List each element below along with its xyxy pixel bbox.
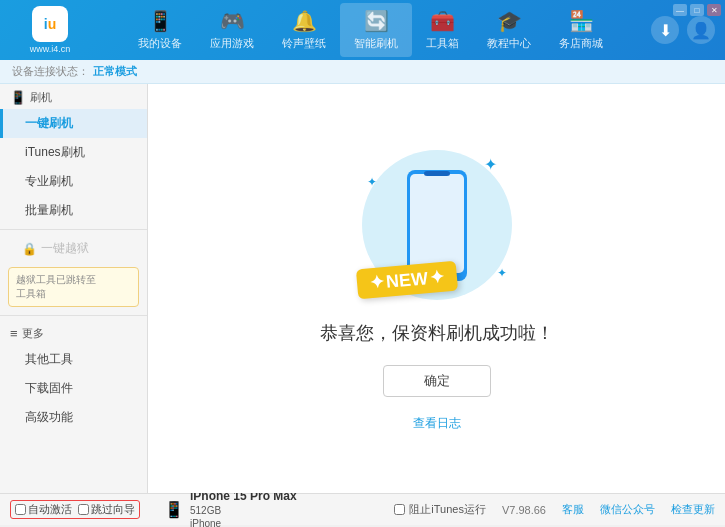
bottom-bar: 自动激活 跳过向导 📱 iPhone 15 Pro Max 512GB iPho… <box>0 493 725 525</box>
auto-activate-item: 自动激活 <box>15 502 72 517</box>
nav-merchant-label: 务店商城 <box>559 36 603 51</box>
toolbox-icon: 🧰 <box>430 9 455 33</box>
sidebar-item-batch-flash[interactable]: 批量刷机 <box>0 196 147 225</box>
nav-toolbox-label: 工具箱 <box>426 36 459 51</box>
sidebar: 📱 刷机 一键刷机 iTunes刷机 专业刷机 批量刷机 🔒 一键越狱 越狱工具… <box>0 84 148 493</box>
device-icon: 📱 <box>164 500 184 519</box>
skip-guide-item: 跳过向导 <box>78 502 135 517</box>
sidebar-item-other-tools[interactable]: 其他工具 <box>0 345 147 374</box>
my-device-icon: 📱 <box>148 9 173 33</box>
stop-itunes-label: 阻止iTunes运行 <box>409 502 486 517</box>
nav-ringtones-label: 铃声壁纸 <box>282 36 326 51</box>
nav-tutorial[interactable]: 🎓 教程中心 <box>473 3 545 57</box>
app-header: iu www.i4.cn 📱 我的设备 🎮 应用游戏 🔔 铃声壁纸 🔄 智能刷机 <box>0 0 725 60</box>
stop-itunes: 阻止iTunes运行 <box>394 502 486 517</box>
apps-games-icon: 🎮 <box>220 9 245 33</box>
auto-activate-checkbox[interactable] <box>15 504 26 515</box>
merchant-icon: 🏪 <box>569 9 594 33</box>
nav-ringtones[interactable]: 🔔 铃声壁纸 <box>268 3 340 57</box>
success-illustration: ✦ ✦ ✦ ✦ NE <box>320 145 554 432</box>
content-area: ✦ ✦ ✦ ✦ NE <box>148 84 725 493</box>
bottom-right: 阻止iTunes运行 V7.98.66 客服 微信公众号 检查更新 <box>303 502 715 517</box>
nav-smart-flash[interactable]: 🔄 智能刷机 <box>340 3 412 57</box>
log-link[interactable]: 查看日志 <box>413 415 461 432</box>
status-mode: 正常模式 <box>93 64 137 79</box>
sidebar-item-pro-flash[interactable]: 专业刷机 <box>0 167 147 196</box>
more-section-label: 更多 <box>22 326 44 341</box>
sidebar-divider-2 <box>0 315 147 316</box>
main-layout: 📱 刷机 一键刷机 iTunes刷机 专业刷机 批量刷机 🔒 一键越狱 越狱工具… <box>0 84 725 493</box>
version-label: V7.98.66 <box>502 504 546 516</box>
nav-bar: 📱 我的设备 🎮 应用游戏 🔔 铃声壁纸 🔄 智能刷机 🧰 工具箱 🎓 <box>90 3 651 57</box>
sidebar-item-download-firmware[interactable]: 下载固件 <box>0 374 147 403</box>
sidebar-more-section: ≡ 更多 <box>0 320 147 345</box>
new-badge-text: NEW <box>385 268 429 293</box>
nav-toolbox[interactable]: 🧰 工具箱 <box>412 3 473 57</box>
skip-guide-label: 跳过向导 <box>91 502 135 517</box>
check-update-label[interactable]: 检查更新 <box>671 502 715 517</box>
bottom-left: 自动激活 跳过向导 <box>10 500 158 519</box>
device-storage: 512GB <box>190 504 297 517</box>
status-prefix: 设备连接状态： <box>12 64 89 79</box>
logo-icon: iu <box>32 6 68 42</box>
nav-merchant[interactable]: 🏪 务店商城 <box>545 3 617 57</box>
sidebar-item-one-key-flash[interactable]: 一键刷机 <box>0 109 147 138</box>
confirm-button[interactable]: 确定 <box>383 365 491 397</box>
tutorial-icon: 🎓 <box>497 9 522 33</box>
svg-rect-3 <box>424 171 450 176</box>
logo-subtitle: www.i4.cn <box>30 44 71 54</box>
sidebar-flash-section: 📱 刷机 <box>0 84 147 109</box>
status-bar: 设备连接状态： 正常模式 <box>0 60 725 84</box>
user-button[interactable]: 👤 <box>687 16 715 44</box>
minimize-button[interactable]: — <box>673 4 687 16</box>
new-badge-star: ✦ <box>368 271 385 294</box>
nav-my-device-label: 我的设备 <box>138 36 182 51</box>
wechat-label[interactable]: 微信公众号 <box>600 502 655 517</box>
download-button[interactable]: ⬇ <box>651 16 679 44</box>
device-controls-box: 自动激活 跳过向导 <box>10 500 140 519</box>
sidebar-jailbreak-disabled: 🔒 一键越狱 <box>0 234 147 263</box>
app-logo: iu www.i4.cn <box>10 6 90 54</box>
nav-smart-flash-label: 智能刷机 <box>354 36 398 51</box>
skip-guide-checkbox[interactable] <box>78 504 89 515</box>
new-badge-star2: ✦ <box>428 266 445 289</box>
sparkle-3: ✦ <box>497 266 507 280</box>
smart-flash-icon: 🔄 <box>364 9 389 33</box>
nav-apps-games-label: 应用游戏 <box>210 36 254 51</box>
close-button[interactable]: ✕ <box>707 4 721 16</box>
success-title: 恭喜您，保资料刷机成功啦！ <box>320 321 554 345</box>
nav-my-device[interactable]: 📱 我的设备 <box>124 3 196 57</box>
device-type: iPhone <box>190 517 297 527</box>
nav-tutorial-label: 教程中心 <box>487 36 531 51</box>
sidebar-divider-1 <box>0 229 147 230</box>
sidebar-item-advanced[interactable]: 高级功能 <box>0 403 147 432</box>
sparkle-2: ✦ <box>367 175 377 189</box>
ringtones-icon: 🔔 <box>292 9 317 33</box>
more-section-icon: ≡ <box>10 326 18 341</box>
sparkle-1: ✦ <box>484 155 497 174</box>
sidebar-info-box: 越狱工具已跳转至工具箱 <box>8 267 139 307</box>
header-actions: ⬇ 👤 <box>651 16 715 44</box>
maximize-button[interactable]: □ <box>690 4 704 16</box>
phone-illustration: ✦ ✦ ✦ ✦ NE <box>357 145 517 305</box>
svg-rect-1 <box>410 174 464 273</box>
lock-icon: 🔒 <box>22 242 37 256</box>
device-details: iPhone 15 Pro Max 512GB iPhone <box>190 489 297 527</box>
auto-activate-label: 自动激活 <box>28 502 72 517</box>
nav-apps-games[interactable]: 🎮 应用游戏 <box>196 3 268 57</box>
flash-section-label: 刷机 <box>30 90 52 105</box>
stop-itunes-checkbox[interactable] <box>394 504 405 515</box>
flash-section-icon: 📱 <box>10 90 26 105</box>
client-label[interactable]: 客服 <box>562 502 584 517</box>
sidebar-item-itunes-flash[interactable]: iTunes刷机 <box>0 138 147 167</box>
